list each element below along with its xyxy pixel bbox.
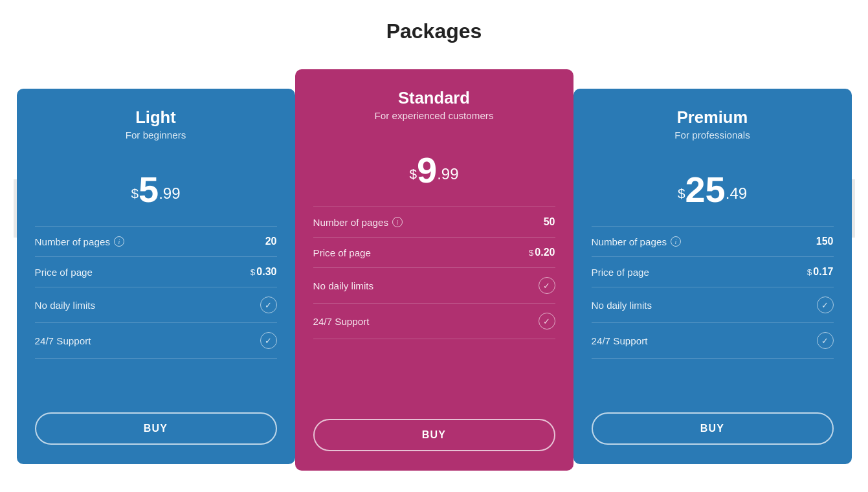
price-value-num-standard-1: 0.20	[535, 247, 555, 258]
feature-row-premium-1: Price of page$ 0.17	[592, 257, 834, 287]
feature-row-standard-1: Price of page$ 0.20	[313, 238, 555, 268]
feature-row-standard-0: Number of pagesi50	[313, 207, 555, 238]
feature-row-premium-3: 24/7 Support✓	[592, 323, 834, 359]
feature-row-light-3: 24/7 Support✓	[35, 323, 277, 359]
buy-button-light[interactable]: BUY	[35, 412, 277, 445]
card-premium: PremiumFor professionals$25.49Number of …	[573, 89, 852, 464]
feature-label-text-light-1: Price of page	[35, 267, 93, 278]
feature-value-standard-2: ✓	[539, 277, 555, 294]
card-title-standard: Standard	[313, 89, 555, 107]
check-circle-icon: ✓	[539, 313, 555, 330]
price-dollar-light: $	[131, 186, 139, 201]
price-main-standard: 9	[417, 152, 437, 188]
feature-value-premium-1: $ 0.17	[807, 266, 834, 278]
buy-button-standard[interactable]: BUY	[313, 419, 555, 451]
price-value-num-light-1: 0.30	[256, 266, 276, 278]
feature-label-light-2: No daily limits	[35, 300, 96, 311]
feature-row-light-1: Price of page$ 0.30	[35, 257, 277, 287]
card-price-standard: $9.99	[313, 134, 555, 207]
card-subtitle-premium: For professionals	[592, 129, 834, 140]
feature-value-standard-0: 50	[544, 216, 555, 228]
feature-label-text-premium-3: 24/7 Support	[592, 335, 648, 346]
feature-label-light-1: Price of page	[35, 267, 93, 278]
feature-value-premium-2: ✓	[817, 296, 834, 313]
card-subtitle-light: For beginners	[35, 129, 277, 140]
price-main-light: 5	[139, 172, 159, 208]
feature-value-light-1: $ 0.30	[250, 266, 277, 278]
feature-label-premium-1: Price of page	[592, 267, 650, 278]
card-features-light: Number of pagesi20Price of page$ 0.30No …	[35, 226, 277, 394]
feature-label-text-premium-0: Number of pages	[592, 236, 667, 247]
feature-label-premium-3: 24/7 Support	[592, 335, 648, 346]
packages-container: LightFor beginners$5.99Number of pagesi2…	[14, 69, 855, 471]
check-circle-icon: ✓	[817, 296, 834, 313]
info-icon: i	[392, 217, 403, 227]
info-icon: i	[671, 236, 681, 247]
feature-label-standard-3: 24/7 Support	[313, 316, 370, 327]
check-circle-icon: ✓	[817, 332, 834, 349]
feature-row-light-0: Number of pagesi20	[35, 227, 277, 257]
price-dollar-small-light-1: $	[250, 267, 256, 277]
price-value-num-premium-1: 0.17	[813, 266, 833, 278]
card-subtitle-standard: For experienced customers	[313, 110, 555, 121]
feature-label-standard-2: No daily limits	[313, 280, 374, 291]
check-circle-icon: ✓	[260, 296, 277, 313]
feature-label-text-standard-3: 24/7 Support	[313, 316, 370, 327]
feature-label-text-standard-2: No daily limits	[313, 280, 374, 291]
card-title-premium: Premium	[592, 108, 834, 127]
buy-button-premium[interactable]: BUY	[592, 412, 834, 445]
card-features-premium: Number of pagesi150Price of page$ 0.17No…	[592, 226, 834, 394]
card-standard: StandardFor experienced customers$9.99Nu…	[295, 69, 573, 471]
card-header-light: LightFor beginners	[35, 108, 277, 140]
feature-label-text-standard-1: Price of page	[313, 247, 372, 258]
info-icon: i	[114, 236, 124, 247]
price-dollar-small-standard-1: $	[529, 248, 534, 258]
feature-label-standard-0: Number of pagesi	[313, 217, 403, 228]
feature-row-standard-3: 24/7 Support✓	[313, 304, 555, 339]
feature-value-standard-3: ✓	[539, 313, 555, 330]
check-circle-icon: ✓	[260, 332, 277, 349]
feature-label-premium-2: No daily limits	[592, 300, 652, 311]
price-cents-premium: .49	[726, 184, 747, 203]
feature-label-text-standard-0: Number of pages	[313, 217, 389, 228]
check-circle-icon: ✓	[539, 277, 555, 294]
price-cents-standard: .99	[437, 165, 458, 183]
card-price-light: $5.99	[35, 153, 277, 226]
feature-label-light-3: 24/7 Support	[35, 335, 91, 346]
page-title: Packages	[386, 19, 482, 43]
card-header-premium: PremiumFor professionals	[592, 108, 834, 140]
card-light: LightFor beginners$5.99Number of pagesi2…	[17, 89, 295, 464]
feature-value-standard-1: $ 0.20	[529, 247, 555, 258]
card-price-premium: $25.49	[592, 153, 834, 226]
feature-row-standard-2: No daily limits✓	[313, 268, 555, 304]
feature-value-light-0: 20	[265, 236, 277, 247]
price-dollar-premium: $	[678, 186, 685, 201]
feature-value-premium-0: 150	[816, 236, 834, 247]
feature-label-text-premium-2: No daily limits	[592, 300, 652, 311]
price-main-premium: 25	[685, 172, 725, 208]
price-dollar-small-premium-1: $	[807, 267, 812, 277]
feature-label-text-light-2: No daily limits	[35, 300, 96, 311]
feature-row-light-2: No daily limits✓	[35, 287, 277, 323]
feature-row-premium-2: No daily limits✓	[592, 287, 834, 323]
feature-value-light-3: ✓	[260, 332, 277, 349]
feature-row-premium-0: Number of pagesi150	[592, 227, 834, 257]
price-cents-light: .99	[159, 184, 180, 203]
feature-value-premium-3: ✓	[817, 332, 834, 349]
card-title-light: Light	[35, 108, 277, 127]
price-dollar-standard: $	[409, 166, 417, 182]
feature-label-text-light-0: Number of pages	[35, 236, 111, 247]
feature-label-light-0: Number of pagesi	[35, 236, 125, 247]
card-features-standard: Number of pagesi50Price of page$ 0.20No …	[313, 207, 555, 401]
feature-label-standard-1: Price of page	[313, 247, 372, 258]
feature-label-text-light-3: 24/7 Support	[35, 335, 91, 346]
card-header-standard: StandardFor experienced customers	[313, 89, 555, 121]
feature-label-premium-0: Number of pagesi	[592, 236, 682, 247]
feature-label-text-premium-1: Price of page	[592, 267, 650, 278]
feature-value-light-2: ✓	[260, 296, 277, 313]
